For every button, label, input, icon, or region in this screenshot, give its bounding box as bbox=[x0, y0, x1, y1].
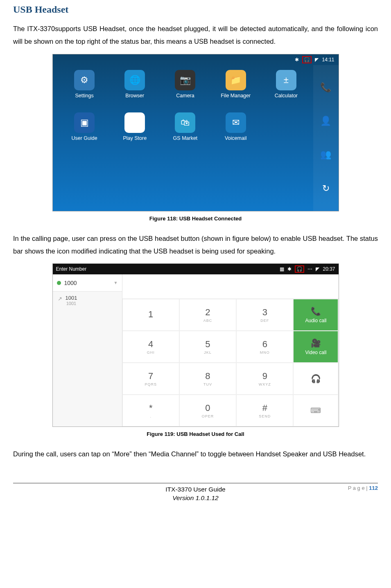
keyboard-button[interactable]: ⌨ bbox=[293, 395, 338, 426]
app-browser[interactable]: 🌐Browser bbox=[111, 70, 158, 104]
app-label: Camera bbox=[176, 93, 194, 99]
app-label: Calculator bbox=[275, 93, 298, 99]
app-label: Settings bbox=[75, 93, 94, 99]
dialer-screenshot: Enter Number ▦ ✱ 🎧 ⋯ ◤ 20:37 1000 ▼ ↗ bbox=[52, 263, 339, 427]
key-8[interactable]: 8TUV bbox=[179, 363, 236, 395]
footer-title: ITX-3370 User Guide bbox=[13, 485, 378, 494]
app-grid: ⚙Settings 🌐Browser 📷Camera 📁File Manager… bbox=[53, 65, 339, 211]
app-label: File Manager bbox=[221, 93, 251, 99]
calc-icon: ± bbox=[276, 70, 296, 90]
app-settings[interactable]: ⚙Settings bbox=[61, 70, 108, 104]
history-number: 1001 bbox=[66, 295, 77, 301]
app-userguide[interactable]: ▣User Guide bbox=[61, 112, 108, 147]
key-0[interactable]: 0OPER bbox=[179, 395, 236, 426]
headset-icon: 🎧 bbox=[311, 374, 321, 384]
wifi-icon: ◤ bbox=[316, 266, 319, 272]
video-call-button[interactable]: 🎥Video call bbox=[293, 331, 338, 363]
key-5[interactable]: 5JKL bbox=[179, 331, 236, 363]
key-2[interactable]: 2ABC bbox=[179, 299, 236, 331]
play-icon: ▶ bbox=[124, 112, 145, 133]
globe-icon: 🌐 bbox=[124, 70, 145, 90]
bluetooth-icon: ✱ bbox=[287, 266, 292, 272]
app-filemanager[interactable]: 📁File Manager bbox=[212, 70, 259, 104]
account-selector[interactable]: 1000 ▼ bbox=[53, 274, 122, 292]
key-6[interactable]: 6MNO bbox=[236, 331, 293, 363]
video-call-label: Video call bbox=[305, 350, 327, 355]
audio-call-button[interactable]: 📞Audio call bbox=[293, 299, 338, 331]
status-bar-2: Enter Number ▦ ✱ 🎧 ⋯ ◤ 20:37 bbox=[53, 264, 339, 274]
gear-icon: ⚙ bbox=[74, 70, 95, 90]
figure-2: Enter Number ▦ ✱ 🎧 ⋯ ◤ 20:37 1000 ▼ ↗ bbox=[13, 263, 378, 427]
phone-icon[interactable]: 📞 bbox=[320, 82, 331, 93]
app-label: GS Market bbox=[173, 135, 198, 141]
headset-icon: 🎧 bbox=[302, 56, 312, 63]
network-icon: ⋯ bbox=[307, 266, 312, 272]
account-number: 1000 bbox=[64, 280, 77, 286]
headset-toggle-button[interactable]: 🎧 bbox=[293, 363, 338, 395]
app-gsmarket[interactable]: 🛍GS Market bbox=[162, 112, 209, 147]
paragraph-2: In the calling page, user can press on t… bbox=[13, 232, 378, 258]
app-label: Browser bbox=[125, 93, 144, 99]
number-display[interactable] bbox=[122, 274, 339, 299]
accounts-pane: 1000 ▼ ↗ 1001 1001 bbox=[53, 274, 122, 426]
grid-icon: ▦ bbox=[280, 266, 284, 272]
clock-text: 14:11 bbox=[322, 57, 334, 63]
app-voicemail[interactable]: ✉Voicemail bbox=[212, 112, 259, 147]
app-camera[interactable]: 📷Camera bbox=[162, 70, 209, 104]
key-hash[interactable]: #SEND bbox=[236, 395, 293, 426]
phone-icon: 📞 bbox=[311, 306, 321, 316]
figure-1-caption: Figure 118: USB Headset Connected bbox=[13, 215, 378, 222]
chevron-down-icon: ▼ bbox=[114, 281, 118, 285]
figure-1: ✱ 🎧 ◤ 14:11 ⚙Settings 🌐Browser 📷Camera 📁… bbox=[13, 54, 378, 211]
camera-icon: 📷 bbox=[175, 70, 195, 90]
key-1[interactable]: 1 bbox=[122, 299, 179, 331]
key-3[interactable]: 3DEF bbox=[236, 299, 293, 331]
app-label: Voicemail bbox=[225, 135, 247, 141]
transfer-icon[interactable]: ↻ bbox=[322, 183, 330, 194]
clock-text: 20:37 bbox=[323, 266, 335, 272]
contact-icon[interactable]: 👤 bbox=[320, 116, 331, 126]
book-icon: ▣ bbox=[74, 112, 95, 133]
app-label: User Guide bbox=[71, 135, 97, 141]
home-screenshot: ✱ 🎧 ◤ 14:11 ⚙Settings 🌐Browser 📷Camera 📁… bbox=[52, 54, 339, 211]
conference-icon[interactable]: 👥 bbox=[320, 149, 331, 160]
title-text: Enter Number bbox=[56, 266, 87, 272]
figure-2-caption: Figure 119: USB Headset Used for Call bbox=[13, 431, 378, 437]
keyboard-icon: ⌨ bbox=[310, 406, 321, 415]
status-bar: ✱ 🎧 ◤ 14:11 bbox=[53, 54, 339, 65]
call-history-item[interactable]: ↗ 1001 1001 bbox=[53, 292, 122, 309]
video-icon: 🎥 bbox=[311, 338, 321, 348]
folder-icon: 📁 bbox=[226, 70, 246, 90]
audio-call-label: Audio call bbox=[305, 318, 326, 323]
headset-active-icon: 🎧 bbox=[295, 265, 304, 273]
side-shortcut-bar: 📞 👤 👥 ↻ bbox=[313, 65, 339, 211]
app-label: Play Store bbox=[123, 135, 147, 141]
status-dot-icon bbox=[57, 281, 61, 285]
key-star[interactable]: *. bbox=[122, 395, 179, 426]
paragraph-1: The ITX-3370supports USB Headset, once t… bbox=[13, 22, 378, 48]
key-4[interactable]: 4GHI bbox=[122, 331, 179, 363]
app-playstore[interactable]: ▶Play Store bbox=[111, 112, 158, 147]
app-calculator[interactable]: ±Calculator bbox=[262, 70, 310, 104]
key-9[interactable]: 9WXYZ bbox=[236, 363, 293, 395]
key-7[interactable]: 7PQRS bbox=[122, 363, 179, 395]
wifi-icon: ◤ bbox=[315, 57, 319, 63]
section-heading: USB Headset bbox=[13, 4, 378, 15]
dialpad-pane: 1 2ABC 3DEF 📞Audio call 4GHI 5JKL 6MNO 🎥… bbox=[122, 274, 339, 426]
history-subtext: 1001 bbox=[66, 301, 77, 306]
bluetooth-icon: ✱ bbox=[295, 57, 299, 63]
paragraph-3: During the call, users can tap on “More”… bbox=[13, 448, 378, 460]
bag-icon: 🛍 bbox=[175, 112, 195, 133]
voicemail-icon: ✉ bbox=[226, 112, 246, 133]
page-number: P a g e | 112 bbox=[348, 485, 378, 491]
footer-version: Version 1.0.1.12 bbox=[13, 494, 378, 503]
outgoing-call-icon: ↗ bbox=[58, 295, 62, 302]
page-footer: P a g e | 112 ITX-3370 User Guide Versio… bbox=[13, 483, 378, 503]
dialpad: 1 2ABC 3DEF 📞Audio call 4GHI 5JKL 6MNO 🎥… bbox=[122, 299, 339, 426]
